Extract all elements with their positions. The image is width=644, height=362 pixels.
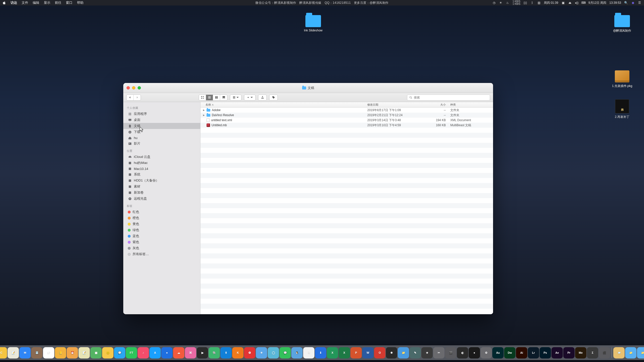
sidebar-tag[interactable]: 黄色 (123, 221, 200, 227)
desktop-patch[interactable]: 醉清风 2.再装补丁 (606, 99, 638, 119)
dock-app[interactable]: 📁 (625, 347, 636, 358)
col-kind[interactable]: 种类 (450, 103, 493, 107)
dock-app[interactable]: FT (126, 347, 137, 358)
col-size[interactable]: 大小 (423, 103, 450, 107)
table-row[interactable]: untitled text.xml2019年3月14日 下午3:48194 KB… (200, 118, 493, 123)
sidebar-item-imac[interactable]: hu的iMac (123, 160, 200, 166)
forward-button[interactable] (134, 95, 141, 100)
col-date[interactable]: 修改日期 (367, 103, 423, 107)
menu-view[interactable]: 显示 (44, 1, 50, 5)
dock-app[interactable]: ✉︎ (19, 347, 31, 358)
dock-app[interactable]: W (362, 347, 374, 358)
notifications-icon[interactable]: ☰ (638, 1, 641, 5)
dock-app[interactable]: ● (469, 347, 480, 358)
tags-button[interactable] (269, 95, 278, 101)
dock-app[interactable]: ● (161, 347, 173, 358)
display-icon[interactable]: ▣ (561, 1, 565, 5)
keyboard-icon[interactable]: ⌨︎ (582, 1, 585, 5)
dock-app[interactable]: ⏰ (67, 347, 78, 358)
bluetooth-icon[interactable]: ᛒ (530, 1, 534, 5)
desktop-folder-ink[interactable]: Ink Slideshow (297, 15, 330, 32)
sidebar-item-mac1014[interactable]: Mac10.14 (123, 166, 200, 171)
menu-help[interactable]: 帮助 (77, 1, 84, 5)
siri-icon[interactable]: ◉ (631, 1, 635, 5)
view-icon-button[interactable] (199, 95, 206, 100)
dock-app[interactable]: ✹ (386, 347, 397, 358)
volume-icon[interactable]: ◂)) (575, 1, 579, 5)
sidebar-tag[interactable]: 橙色 (123, 215, 200, 221)
dock-app[interactable]: 💬 (114, 347, 125, 358)
close-button[interactable] (127, 86, 130, 89)
file-list[interactable]: ▶Adobe2019年8月17日 下午1:09--文件夹▶DaVinci Res… (200, 108, 493, 314)
dock-app[interactable]: 📝 (78, 347, 90, 358)
dock-app[interactable]: ✂︎ (433, 347, 445, 358)
dock-app[interactable]: 17 (43, 347, 54, 358)
dock-app[interactable]: Pr (563, 347, 575, 358)
dock-app[interactable]: 📁 (398, 347, 409, 358)
dock-app[interactable]: ☃︎ (303, 347, 314, 358)
dock-app[interactable]: ♪ (138, 347, 149, 358)
back-button[interactable] (127, 95, 134, 100)
dock-app[interactable]: ☁︎ (173, 347, 184, 358)
dock-app[interactable]: Me (575, 347, 586, 358)
dock-app[interactable]: P (350, 347, 362, 358)
dock-app[interactable]: Dw (504, 347, 515, 358)
sidebar-item-sucai[interactable]: 素材 (123, 184, 200, 190)
menubar-day[interactable]: 周四 01:39 (544, 1, 558, 5)
dock-app[interactable]: ▶ (197, 347, 208, 358)
menubar-date[interactable]: 9月12日 周四 (588, 1, 606, 5)
dock-app[interactable]: ⌘ (185, 347, 196, 358)
arrange-button[interactable] (230, 95, 242, 101)
dock-app[interactable]: 📝 (8, 347, 19, 358)
sidebar-tag[interactable]: 蓝色 (123, 233, 200, 239)
dock-app[interactable]: ⬛ (599, 347, 610, 358)
dock-app[interactable]: 📇 (31, 347, 43, 358)
dock-app[interactable]: ⬇︎ (315, 347, 326, 358)
dock-app[interactable]: X (327, 347, 338, 358)
dock-app[interactable]: ◐ (457, 347, 468, 358)
dock-app[interactable]: 📒 (55, 347, 66, 358)
dock-app[interactable]: Lr (528, 347, 539, 358)
dock-app[interactable]: 🙂 (102, 347, 113, 358)
dock-app[interactable]: X (339, 347, 350, 358)
dock-app[interactable]: 💬 (279, 347, 291, 358)
sidebar-item-system[interactable]: 系统 (123, 171, 200, 177)
dock-app[interactable]: O (374, 347, 385, 358)
sidebar-item-desktop[interactable]: 桌面 (123, 117, 200, 123)
battery-icon[interactable]: ▯▯ (524, 1, 527, 5)
dock-app[interactable]: K (232, 347, 244, 358)
sidebar-tag[interactable]: 灰色 (123, 245, 200, 251)
table-row[interactable]: ▶Adobe2019年8月17日 下午1:09--文件夹 (200, 108, 493, 113)
desktop-pkg[interactable]: 1.先装插件.pkg (606, 70, 638, 88)
fan-icon[interactable]: ♨︎ (506, 1, 509, 5)
table-row[interactable]: ▶DaVinci Resolve2019年2月21日 下午12:24--文件夹 (200, 113, 493, 118)
dock-app[interactable]: ✎ (410, 347, 421, 358)
eject-icon[interactable]: ⏏ (568, 1, 572, 5)
dock-app[interactable]: C (0, 347, 7, 358)
dock-app[interactable]: ⬆︎ (220, 347, 232, 358)
search-input[interactable] (414, 96, 488, 99)
sidebar-tag[interactable]: 紫色 (123, 239, 200, 245)
minimize-button[interactable] (132, 86, 135, 89)
disclosure-icon[interactable]: ▶ (203, 109, 205, 111)
dock-app[interactable]: ▦ (90, 347, 102, 358)
dock-app[interactable]: ✳︎ (256, 347, 267, 358)
menu-app[interactable]: 访达 (11, 1, 17, 5)
sidebar-item-xinjia[interactable]: 新加卷 (123, 190, 200, 196)
sidebar-item-hdd1[interactable]: HDD1（大备份） (123, 177, 200, 184)
sidebar-item-apps[interactable]: 应用程序 (123, 111, 200, 117)
dock-app[interactable]: ◯ (268, 347, 279, 358)
dock-app[interactable]: 📨 (613, 347, 625, 358)
dock-app[interactable]: Ae (551, 347, 563, 358)
sidebar-tag[interactable]: 绿色 (123, 227, 200, 233)
share-button[interactable] (258, 95, 267, 101)
desktop-folder-author[interactable]: @醉清风制作 (606, 15, 638, 33)
sidebar-item-icloud[interactable]: iCloud 云盘 (123, 154, 200, 160)
menubar-time[interactable]: 13:39:53 (609, 1, 621, 5)
sidebar-item-home[interactable]: hu (123, 135, 200, 141)
menu-file[interactable]: 文件 (22, 1, 28, 5)
dock-app[interactable]: Σ (587, 347, 598, 358)
dock-app[interactable]: Ai (516, 347, 527, 358)
dock-app[interactable]: A (149, 347, 161, 358)
view-gallery-button[interactable] (220, 95, 227, 100)
